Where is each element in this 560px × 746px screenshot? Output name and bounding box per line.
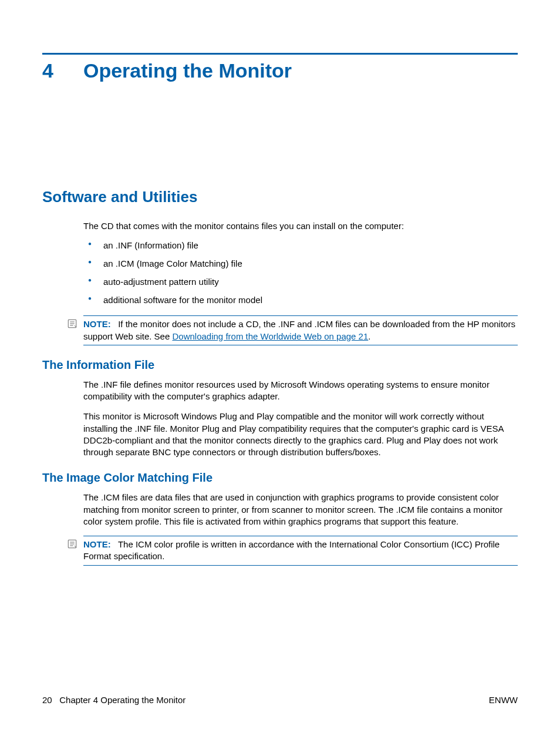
section-heading-icm-file: The Image Color Matching File xyxy=(42,471,518,485)
chapter-number: 4 xyxy=(42,59,83,82)
list-item: additional software for the monitor mode… xyxy=(83,295,518,305)
note-icon xyxy=(67,318,77,329)
note-block: NOTE: If the monitor does not include a … xyxy=(83,315,518,345)
note-block: NOTE: The ICM color profile is written i… xyxy=(83,536,518,566)
chapter-heading-text: Operating the Monitor xyxy=(83,59,292,82)
footer-right: ENWW xyxy=(489,695,518,705)
note-body-after: . xyxy=(368,331,370,341)
note-icon xyxy=(67,539,77,549)
chapter-top-rule xyxy=(42,53,518,55)
note-label: NOTE: xyxy=(83,319,111,329)
note-text: NOTE: If the monitor does not include a … xyxy=(83,318,518,342)
footer-left: 20 Chapter 4 Operating the Monitor xyxy=(42,695,185,705)
section-heading-info-file: The Information File xyxy=(42,358,518,372)
list-item: an .ICM (Image Color Matching) file xyxy=(83,258,518,268)
section2-p1: The .INF file defines monitor resources … xyxy=(83,379,518,403)
page-number: 20 xyxy=(42,695,52,705)
list-item: an .INF (Information) file xyxy=(83,240,518,250)
note-text: NOTE: The ICM color profile is written i… xyxy=(83,539,518,563)
section2-p2: This monitor is Microsoft Windows Plug a… xyxy=(83,411,518,458)
section1-intro: The CD that comes with the monitor conta… xyxy=(83,220,518,232)
bullet-list: an .INF (Information) file an .ICM (Imag… xyxy=(83,240,518,305)
note-link[interactable]: Downloading from the Worldwide Web on pa… xyxy=(172,331,368,341)
note-label: NOTE: xyxy=(83,539,111,549)
page-footer: 20 Chapter 4 Operating the Monitor ENWW xyxy=(42,695,518,705)
section-heading-software: Software and Utilities xyxy=(42,188,518,206)
list-item: auto-adjustment pattern utility xyxy=(83,277,518,287)
note-body: The ICM color profile is written in acco… xyxy=(83,539,500,561)
section3-p1: The .ICM files are data files that are u… xyxy=(83,492,518,527)
footer-chapter-label: Chapter 4 Operating the Monitor xyxy=(59,695,185,705)
chapter-title: 4 Operating the Monitor xyxy=(42,59,518,82)
